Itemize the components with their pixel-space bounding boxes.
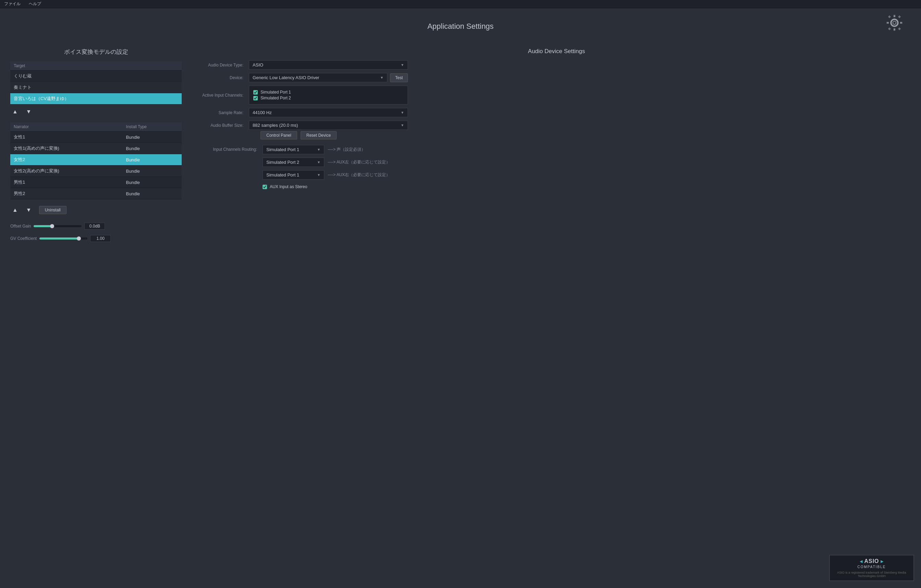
reset-device-button[interactable]: Reset Device (301, 131, 337, 140)
gv-coefficient-label: GV Coefficient (10, 236, 37, 241)
svg-point-0 (891, 19, 898, 27)
aux-stereo-item: AUX Input as Stereo (262, 184, 442, 189)
audio-buffer-size-dropdown[interactable]: 882 samples (20.0 ms) ▼ (249, 120, 408, 130)
narrator-row[interactable]: 女性2Bundle (10, 154, 182, 166)
channel-1-label: Simulated Port 1 (260, 90, 291, 94)
left-section-title: ボイス変換モデルの設定 (10, 48, 182, 56)
test-button[interactable]: Test (390, 73, 408, 82)
routing-port-0-dropdown[interactable]: Simulated Port 1 ▼ (262, 145, 324, 154)
gv-coefficient-value: 1.00 (90, 235, 111, 242)
routing-port-0-arrow: ▼ (317, 148, 321, 151)
target-cell: 奏ミナト (10, 82, 182, 93)
asio-triangle-right: ► (880, 559, 885, 564)
svg-point-1 (893, 21, 896, 24)
target-down-button[interactable]: ▼ (24, 108, 34, 115)
target-row[interactable]: 音宮いろは（CV遠野まゆ） (10, 93, 182, 104)
routing-rows: Simulated Port 1 ▼ ----> 声（設定必須） Simulat… (262, 145, 442, 180)
narrator-row[interactable]: 女性1(高めの声に変換)Bundle (10, 143, 182, 154)
channel-2-checkbox[interactable] (253, 96, 258, 101)
target-up-button[interactable]: ▲ (10, 108, 20, 115)
asio-brand-text: ASIO (864, 558, 879, 564)
uninstall-button[interactable]: Uninstall (39, 206, 67, 214)
audio-buffer-size-label: Audio Buffer Size: (202, 123, 243, 128)
target-table: Target くりむ蔵奏ミナト音宮いろは（CV遠野まゆ） (10, 61, 182, 104)
menu-file[interactable]: ファイル (3, 1, 22, 7)
asio-trademark-text: ASIO is a registered trademark of Steinb… (834, 571, 910, 578)
device-btn-row: Control Panel Reset Device (202, 131, 408, 140)
narrator-name-cell: 女性1(高めの声に変換) (10, 143, 123, 154)
narrator-name-cell: 男性2 (10, 188, 123, 200)
narrator-arrow-buttons: ▲ ▼ (10, 206, 34, 214)
audio-buffer-size-text: 882 samples (20.0 ms) (252, 123, 298, 128)
routing-port-1-text: Simulated Port 2 (266, 160, 299, 165)
narrator-name-cell: 女性1 (10, 132, 123, 143)
target-row[interactable]: 奏ミナト (10, 82, 182, 93)
audio-device-type-value: ASIO ▼ (249, 60, 408, 70)
routing-port-2-arrow: ▼ (317, 173, 321, 177)
right-section-title: Audio Device Settings (202, 48, 911, 55)
offset-gain-group: Offset Gain 0.0dB (10, 223, 105, 230)
audio-buffer-size-value: 882 samples (20.0 ms) ▼ (249, 120, 408, 130)
channel-2-item: Simulated Port 2 (253, 96, 404, 101)
asio-badge: ◄ ASIO ► COMPATIBLE ASIO is a registered… (829, 555, 914, 581)
sample-rate-dropdown[interactable]: 44100 Hz ▼ (249, 108, 408, 117)
narrator-row[interactable]: 女性2(高めの声に変換)Bundle (10, 166, 182, 177)
channels-checkbox-area: Simulated Port 1 Simulated Port 2 (249, 86, 408, 104)
routing-arrow-1: ----> AUX左（必要に応じて設定） (328, 159, 390, 165)
offset-gain-track[interactable] (34, 225, 81, 227)
control-panel-button[interactable]: Control Panel (260, 131, 297, 140)
target-cell: くりむ蔵 (10, 71, 182, 82)
device-dropdown[interactable]: Generic Low Latency ASIO Driver ▼ (249, 73, 387, 82)
channel-1-checkbox[interactable] (253, 90, 258, 94)
install-type-col-header: Install Type (123, 122, 182, 132)
audio-device-type-arrow: ▼ (401, 63, 404, 67)
right-column: Audio Device Settings Audio Device Type:… (202, 48, 911, 242)
narrator-install-type-cell: Bundle (123, 166, 182, 177)
gear-icon-container (885, 13, 904, 33)
target-arrow-buttons: ▲ ▼ (10, 108, 182, 115)
narrator-name-cell: 男性1 (10, 177, 123, 188)
device-value: Generic Low Latency ASIO Driver ▼ Test (249, 73, 408, 82)
audio-buffer-size-arrow: ▼ (401, 123, 404, 127)
gv-coefficient-track[interactable] (39, 237, 88, 239)
narrator-install-type-cell: Bundle (123, 177, 182, 188)
target-cell: 音宮いろは（CV遠野まゆ） (10, 93, 182, 104)
narrator-up-button[interactable]: ▲ (10, 206, 20, 214)
routing-port-1-arrow: ▼ (317, 160, 321, 164)
narrator-controls: ▲ ▼ Uninstall (10, 203, 182, 217)
sample-rate-text: 44100 Hz (252, 110, 272, 115)
asio-compatible-text: COMPATIBLE (858, 565, 886, 569)
routing-port-2-text: Simulated Port 1 (266, 172, 299, 177)
narrator-install-type-cell: Bundle (123, 188, 182, 200)
aux-stereo-row: AUX Input as Stereo (262, 184, 442, 189)
device-label: Device: (202, 75, 243, 80)
offset-gain-thumb[interactable] (50, 224, 54, 228)
narrator-row[interactable]: 男性1Bundle (10, 177, 182, 188)
narrator-row[interactable]: 男性2Bundle (10, 188, 182, 200)
sliders-area: Offset Gain 0.0dB GV Coefficient 1.00 (10, 223, 182, 242)
routing-row-1: Simulated Port 2 ▼ ----> AUX左（必要に応じて設定） (262, 158, 442, 167)
narrator-install-type-cell: Bundle (123, 143, 182, 154)
asio-brand-row: ◄ ASIO ► (859, 558, 885, 564)
narrator-down-button[interactable]: ▼ (24, 206, 34, 214)
target-row[interactable]: くりむ蔵 (10, 71, 182, 82)
audio-device-type-dropdown[interactable]: ASIO ▼ (249, 60, 408, 70)
gear-icon (885, 13, 904, 32)
aux-stereo-label: AUX Input as Stereo (270, 184, 307, 189)
channel-2-label: Simulated Port 2 (260, 96, 291, 101)
menu-help[interactable]: ヘルプ (28, 1, 42, 7)
gv-coefficient-thumb[interactable] (77, 236, 81, 240)
aux-stereo-checkbox[interactable] (262, 185, 267, 189)
left-column: ボイス変換モデルの設定 Target くりむ蔵奏ミナト音宮いろは（CV遠野まゆ）… (10, 48, 182, 242)
routing-port-2-dropdown[interactable]: Simulated Port 1 ▼ (262, 170, 324, 180)
routing-port-1-dropdown[interactable]: Simulated Port 2 ▼ (262, 158, 324, 167)
menubar: ファイル ヘルプ (0, 0, 921, 8)
audio-device-type-label: Audio Device Type: (202, 63, 243, 68)
offset-gain-value: 0.0dB (84, 223, 105, 230)
narrator-name-cell: 女性2 (10, 154, 123, 166)
gv-coefficient-group: GV Coefficient 1.00 (10, 235, 111, 242)
device-dropdown-arrow: ▼ (380, 76, 384, 80)
narrator-table: Narrator Install Type 女性1Bundle女性1(高めの声に… (10, 122, 182, 200)
narrator-row[interactable]: 女性1Bundle (10, 132, 182, 143)
offset-gain-label: Offset Gain (10, 224, 31, 229)
